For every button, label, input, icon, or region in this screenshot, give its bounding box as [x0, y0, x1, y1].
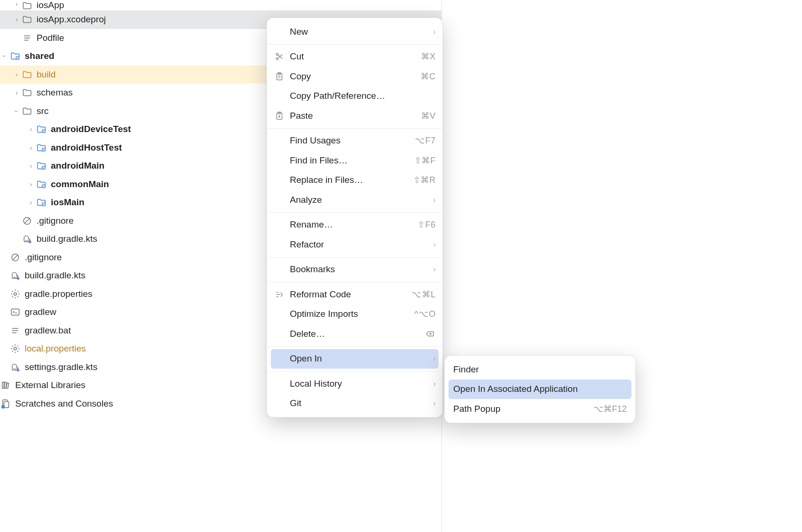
tree-label: shared — [25, 51, 54, 61]
submenu-associated-app[interactable]: Open In Associated Application — [449, 380, 631, 399]
submenu-label: Open In Associated Application — [453, 384, 627, 394]
menu-label: Find in Files… — [290, 155, 414, 166]
tree-label: iosApp — [37, 0, 64, 10]
menu-optimize-imports[interactable]: Optimize Imports ^⌥O — [267, 304, 442, 324]
menu-open-in[interactable]: Open In › — [271, 349, 439, 369]
submenu-label: Finder — [453, 364, 627, 375]
chevron-right-icon[interactable]: › — [12, 71, 21, 78]
menu-separator — [267, 257, 442, 257]
submenu-finder[interactable]: Finder — [445, 360, 635, 380]
tree-label: schemas — [37, 87, 73, 98]
chevron-down-icon[interactable]: › — [13, 106, 20, 116]
tree-label: local.properties — [25, 343, 86, 354]
menu-shortcut: ⌘V — [421, 111, 436, 121]
chevron-right-icon[interactable]: › — [26, 144, 36, 152]
tree-label: gradle.properties — [25, 289, 93, 299]
tree-label: androidHostTest — [51, 142, 122, 153]
ignored-file-icon — [21, 215, 33, 227]
chevron-right-icon: › — [433, 28, 436, 36]
tree-label: iosApp.xcodeproj — [37, 14, 106, 25]
menu-new[interactable]: New › — [267, 22, 442, 42]
tree-label: androidMain — [51, 161, 105, 171]
tree-label: androidDeviceTest — [51, 124, 131, 134]
menu-label: Refactor — [290, 239, 430, 250]
menu-shortcut: ⌘X — [421, 51, 436, 62]
menu-paste[interactable]: Paste ⌘V — [267, 106, 442, 126]
menu-git[interactable]: Git › — [267, 394, 442, 414]
submenu-path-popup[interactable]: Path Popup ⌥⌘F12 — [445, 399, 635, 419]
menu-copy-path[interactable]: Copy Path/Reference… — [267, 86, 442, 106]
menu-separator — [267, 282, 442, 282]
tree-label: commonMain — [51, 179, 109, 190]
chevron-right-icon[interactable]: › — [12, 0, 21, 8]
chevron-right-icon: › — [433, 240, 436, 249]
chevron-right-icon[interactable]: › — [26, 180, 36, 188]
menu-label: Find Usages — [290, 135, 415, 146]
source-folder-icon — [36, 142, 47, 153]
menu-reformat[interactable]: Reformat Code ⌥⌘L — [267, 285, 442, 304]
chevron-right-icon[interactable]: › — [12, 89, 21, 96]
menu-replace-in-files[interactable]: Replace in Files… ⇧⌘R — [267, 171, 442, 190]
menu-find-in-files[interactable]: Find in Files… ⇧⌘F — [267, 151, 442, 171]
tree-label: iosMain — [51, 197, 85, 208]
tree-label: gradlew.bat — [25, 325, 71, 336]
menu-separator — [267, 346, 442, 347]
properties-file-icon — [10, 343, 21, 354]
menu-local-history[interactable]: Local History › — [267, 374, 442, 394]
menu-shortcut: ⇧⌘R — [413, 175, 436, 185]
menu-refactor[interactable]: Refactor › — [267, 235, 442, 255]
chevron-right-icon: › — [433, 399, 436, 408]
chevron-right-icon[interactable]: › — [26, 125, 36, 133]
menu-bookmarks[interactable]: Bookmarks › — [267, 260, 442, 280]
menu-label: Copy Path/Reference… — [290, 91, 436, 101]
tree-label: build.gradle.kts — [25, 270, 86, 281]
menu-copy[interactable]: Copy ⌘C — [267, 66, 442, 86]
chevron-right-icon[interactable]: › — [12, 16, 21, 23]
menu-find-usages[interactable]: Find Usages ⌥F7 — [267, 131, 442, 151]
menu-label: Analyze — [290, 195, 430, 205]
module-folder-icon — [10, 50, 21, 62]
menu-label: Delete… — [290, 329, 424, 339]
tree-label: build — [37, 69, 56, 80]
folder-icon — [21, 14, 33, 25]
menu-analyze[interactable]: Analyze › — [267, 190, 442, 210]
scratches-icon — [0, 398, 11, 409]
menu-label: Open In — [290, 353, 430, 364]
menu-label: Optimize Imports — [290, 309, 414, 319]
tree-label: Scratches and Consoles — [15, 399, 113, 409]
menu-label: New — [290, 27, 430, 37]
properties-file-icon — [10, 288, 21, 300]
tree-item-iosapp[interactable]: › iosApp — [0, 0, 441, 10]
library-icon — [0, 380, 11, 391]
menu-label: Replace in Files… — [290, 175, 413, 185]
menu-shortcut: ⇧⌘F — [414, 155, 436, 166]
tree-label: .gitignore — [25, 252, 62, 263]
submenu-shortcut: ⌥⌘F12 — [593, 404, 627, 414]
menu-separator — [267, 212, 442, 213]
menu-label: Rename… — [290, 219, 418, 230]
menu-rename[interactable]: Rename… ⇧F6 — [267, 215, 442, 235]
menu-label: Cut — [290, 51, 421, 62]
chevron-right-icon[interactable]: › — [26, 199, 36, 206]
folder-icon — [21, 87, 33, 98]
text-file-icon — [10, 325, 21, 336]
excluded-folder-icon — [21, 69, 33, 80]
menu-delete[interactable]: Delete… — [267, 324, 442, 344]
menu-label: Bookmarks — [290, 264, 430, 275]
tree-label: .gitignore — [37, 216, 74, 226]
tree-label: build.gradle.kts — [37, 234, 97, 244]
shell-file-icon — [10, 306, 21, 318]
text-file-icon — [21, 32, 33, 44]
source-folder-icon — [36, 124, 47, 135]
chevron-right-icon[interactable]: › — [26, 162, 36, 170]
menu-label: Reformat Code — [290, 289, 411, 300]
chevron-down-icon[interactable]: › — [1, 51, 9, 61]
tree-label: src — [37, 106, 48, 116]
menu-cut[interactable]: Cut ⌘X — [267, 47, 442, 67]
submenu-label: Path Popup — [453, 404, 593, 414]
menu-shortcut: ⌥F7 — [415, 135, 436, 146]
submenu-open-in: Finder Open In Associated Application Pa… — [444, 355, 636, 423]
menu-shortcut: ⌘C — [420, 71, 436, 82]
ignored-file-icon — [10, 252, 21, 263]
tree-label: External Libraries — [15, 380, 86, 390]
